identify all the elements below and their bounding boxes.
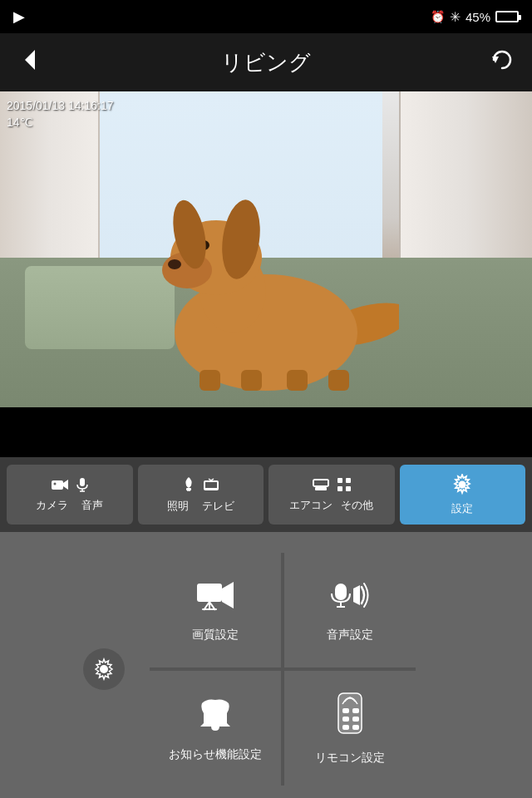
refresh-button[interactable] — [489, 47, 515, 79]
location-icon: ▶ — [13, 8, 25, 25]
page-title: リビング — [221, 48, 311, 77]
audio-settings-label: 音声設定 — [327, 628, 373, 643]
tab-ac-other[interactable]: エアコン その他 — [268, 465, 395, 525]
camera-timestamp: 2015/01/13 14:16:17 14℃ — [7, 98, 113, 131]
svg-rect-37 — [197, 584, 222, 602]
audio-settings-icon — [328, 579, 372, 619]
tab-light-tv-icons — [181, 476, 219, 497]
black-bar — [0, 407, 532, 457]
other-tab-label: その他 — [341, 498, 373, 513]
ac-tab-label: エアコン — [289, 498, 332, 513]
svg-rect-54 — [352, 725, 359, 730]
notification-label: お知らせ機能設定 — [169, 747, 262, 762]
svg-rect-35 — [337, 486, 342, 491]
svg-point-7 — [168, 259, 181, 269]
camera-tab-label: カメラ — [36, 498, 68, 513]
svg-rect-36 — [346, 486, 351, 491]
light-tab-icon — [181, 476, 196, 497]
audio-tab-label: 音声 — [81, 498, 103, 513]
notification-button[interactable]: お知らせ機能設定 — [150, 671, 281, 786]
svg-marker-0 — [25, 50, 35, 70]
camera-feed: 2015/01/13 14:16:17 14℃ — [0, 91, 532, 407]
svg-rect-29 — [314, 480, 328, 485]
remote-button[interactable]: リモコン設定 — [284, 671, 416, 786]
svg-marker-16 — [63, 480, 68, 490]
audio-settings-button[interactable]: 音声設定 — [284, 553, 416, 667]
battery-percent: 45% — [466, 10, 490, 24]
tab-bar: カメラ 音声 照明 テ — [0, 457, 532, 532]
tab-ac-other-icons — [312, 477, 352, 496]
status-left-icons: ▶ — [13, 7, 25, 26]
svg-rect-13 — [287, 370, 308, 391]
svg-rect-14 — [328, 370, 349, 391]
tab-settings[interactable]: 設定 — [400, 465, 526, 525]
other-tab-icon — [337, 477, 352, 496]
settings-tab-label: 設定 — [451, 501, 473, 516]
svg-rect-50 — [352, 708, 359, 713]
tab-camera-audio[interactable]: カメラ 音声 — [7, 465, 133, 525]
settings-grid: 画質設定 音声設定 — [150, 553, 416, 786]
gear-side-button[interactable] — [83, 648, 125, 690]
svg-rect-19 — [80, 478, 85, 486]
notification-icon — [197, 695, 234, 739]
video-quality-button[interactable]: 画質設定 — [150, 553, 281, 667]
svg-rect-49 — [342, 708, 349, 713]
svg-rect-34 — [346, 478, 351, 483]
svg-rect-53 — [342, 725, 349, 730]
battery-icon — [495, 11, 519, 22]
svg-rect-43 — [335, 584, 347, 600]
nav-bar: リビング — [0, 33, 532, 91]
status-bar: ▶ ⏰ ✳ 45% — [0, 0, 532, 33]
svg-line-27 — [211, 479, 214, 480]
settings-panel: 画質設定 音声設定 — [0, 532, 532, 798]
dog-image — [133, 191, 399, 391]
back-button[interactable] — [17, 47, 43, 79]
bluetooth-icon: ✳ — [450, 9, 461, 25]
tab-light-tv[interactable]: 照明 テレビ — [138, 465, 264, 525]
tab-camera-audio-icons — [51, 477, 89, 496]
mic-tab-icon — [76, 477, 89, 496]
svg-point-18 — [54, 483, 55, 484]
svg-rect-15 — [52, 480, 63, 490]
svg-rect-12 — [241, 370, 262, 391]
settings-tab-icon — [451, 474, 473, 500]
clock-icon: ⏰ — [431, 10, 445, 23]
camera-tab-icon — [51, 477, 69, 496]
status-right-icons: ⏰ ✳ 45% — [431, 9, 519, 25]
tv-tab-label: テレビ — [202, 499, 234, 514]
svg-rect-33 — [337, 478, 342, 483]
remote-label: リモコン設定 — [315, 751, 385, 766]
svg-line-26 — [209, 479, 211, 480]
ac-tab-icon — [312, 478, 330, 495]
svg-rect-42 — [202, 608, 217, 610]
svg-marker-46 — [353, 585, 360, 605]
svg-rect-25 — [205, 482, 217, 488]
svg-rect-11 — [200, 370, 220, 391]
remote-icon — [335, 692, 365, 742]
svg-marker-38 — [222, 582, 234, 608]
video-quality-icon — [195, 579, 235, 619]
svg-rect-52 — [352, 717, 359, 722]
light-tab-label: 照明 — [167, 499, 189, 514]
video-quality-label: 画質設定 — [192, 628, 239, 643]
tv-tab-icon — [203, 478, 219, 495]
svg-rect-51 — [342, 717, 349, 722]
